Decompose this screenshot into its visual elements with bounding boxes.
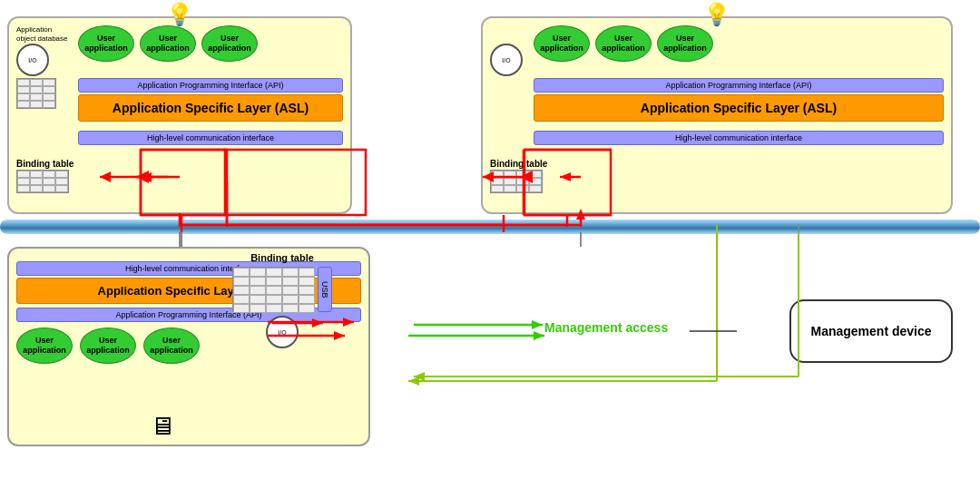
top-right-node: 💡 I/O Userapplication Userapplication Us… xyxy=(481,16,953,214)
binding-table-icon-right xyxy=(490,170,543,193)
bus-bar xyxy=(0,220,980,234)
io-symbol-left: I/O xyxy=(16,44,56,109)
user-app-btn-r3[interactable]: Userapplication xyxy=(657,25,713,62)
user-app-btn-3[interactable]: Userapplication xyxy=(201,25,258,62)
monitor-icon: 🖥 xyxy=(150,411,175,441)
user-app-btn-b3[interactable]: Userapplication xyxy=(143,328,200,364)
user-apps-row-right: Userapplication Userapplication Userappl… xyxy=(534,25,713,62)
svg-marker-50 xyxy=(532,320,543,329)
usb-bar: USB xyxy=(318,267,332,312)
user-app-btn-r2[interactable]: Userapplication xyxy=(595,25,652,62)
lightbulb-icon-left: 💡 xyxy=(166,2,193,27)
api-bar-right: Application Programming Interface (API) xyxy=(534,74,944,93)
api-bar-left: Application Programming Interface (API) xyxy=(78,74,343,93)
binding-table-icon-left xyxy=(16,170,69,193)
svg-marker-20 xyxy=(408,377,419,386)
management-device[interactable]: Management device xyxy=(789,299,953,363)
hlc-bar-left: High-level communication interface xyxy=(78,129,343,145)
management-access-label: Management access xyxy=(544,319,668,336)
lightbulb-icon-right: 💡 xyxy=(703,2,730,27)
svg-marker-53 xyxy=(414,372,425,381)
user-app-btn-b2[interactable]: Userapplication xyxy=(80,328,136,364)
binding-table-label-bottom: Binding table xyxy=(250,252,314,263)
binding-table-icon-bottom xyxy=(232,267,314,312)
user-app-btn-2[interactable]: Userapplication xyxy=(140,25,196,62)
app-obj-label: Application object database xyxy=(16,25,71,44)
binding-label-left: Binding table xyxy=(16,159,74,169)
top-left-node: 💡 Application object database I/O Userap… xyxy=(7,16,352,214)
bottom-binding-area: Binding table USB I/O xyxy=(232,252,332,348)
asl-bar-left: Application Specific Layer (ASL) xyxy=(78,93,343,122)
bottom-node: High-level communication interface Appli… xyxy=(7,247,370,446)
user-app-btn-r1[interactable]: Userapplication xyxy=(534,25,590,62)
binding-label-right: Binding table xyxy=(490,159,547,169)
io-symbol-right: I/O xyxy=(490,44,523,76)
user-app-btn-b1[interactable]: Userapplication xyxy=(16,328,73,364)
user-app-btn-1[interactable]: Userapplication xyxy=(78,25,134,62)
hlc-bar-right: High-level communication interface xyxy=(534,129,944,145)
asl-bar-right: Application Specific Layer (ASL) xyxy=(534,93,944,122)
user-apps-row-left: Userapplication Userapplication Userappl… xyxy=(78,25,258,62)
io-table-left xyxy=(16,78,56,109)
io-area-bottom: I/O xyxy=(266,316,299,348)
diagram-container: 💡 Application object database I/O Userap… xyxy=(0,0,980,489)
svg-marker-17 xyxy=(534,331,544,340)
